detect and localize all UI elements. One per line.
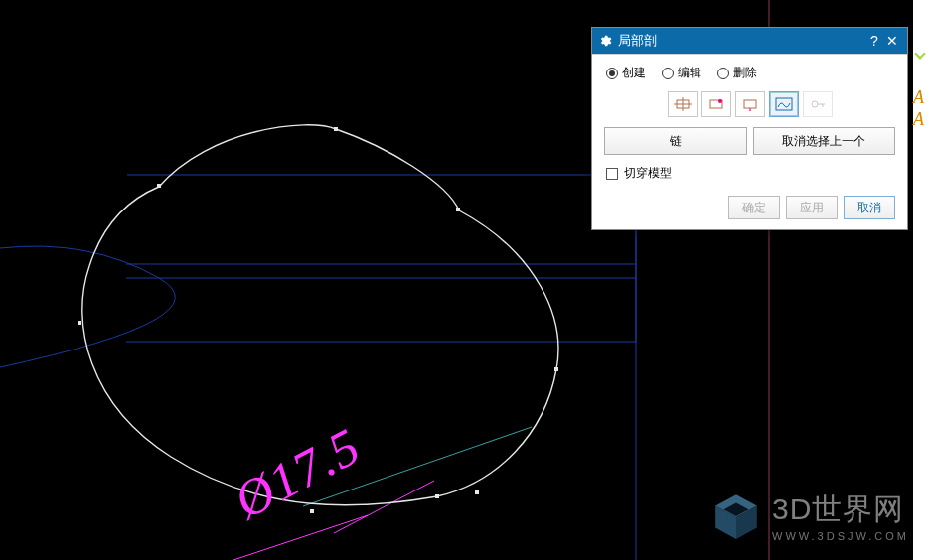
svg-rect-23: [744, 100, 756, 108]
svg-line-7: [334, 481, 434, 533]
radio-delete[interactable]: 删除: [717, 65, 757, 81]
dialog-title: 局部剖: [618, 32, 865, 50]
cancel-button[interactable]: 取消: [844, 196, 895, 219]
mode-radios: 创建 编辑 删除: [604, 65, 895, 81]
help-button[interactable]: ?: [865, 33, 883, 49]
cut-model-label: 切穿模型: [624, 165, 672, 182]
svg-point-27: [812, 101, 818, 107]
tool-rectangle-icon[interactable]: [668, 91, 698, 117]
radio-create[interactable]: 创建: [606, 65, 646, 81]
tool-key-icon[interactable]: [803, 91, 833, 117]
svg-rect-16: [310, 509, 314, 513]
radio-edit-label: 编辑: [678, 65, 701, 81]
marker-a1: A: [913, 87, 924, 108]
check-icon: [914, 48, 925, 59]
tool-corner-icon[interactable]: [701, 91, 731, 117]
boundary-toolbar: [604, 91, 895, 117]
radio-delete-label: 删除: [733, 65, 757, 81]
right-sidebar: A A: [913, 0, 931, 560]
ok-button: 确定: [728, 196, 780, 219]
tool-spline-icon[interactable]: [769, 91, 799, 117]
dialog-titlebar[interactable]: 局部剖 ? ✕: [592, 28, 907, 54]
svg-rect-12: [456, 208, 460, 211]
cut-model-checkbox[interactable]: [606, 168, 618, 180]
radio-create-label: 创建: [622, 65, 646, 81]
svg-point-25: [748, 111, 751, 112]
svg-rect-15: [435, 494, 439, 498]
gear-icon: [598, 34, 612, 48]
deselect-last-button[interactable]: 取消选择上一个: [753, 127, 896, 155]
local-section-dialog: 局部剖 ? ✕ 创建 编辑 删除: [591, 27, 908, 230]
svg-rect-10: [157, 184, 161, 188]
radio-edit[interactable]: 编辑: [662, 65, 701, 81]
svg-point-22: [718, 99, 722, 103]
apply-button: 应用: [786, 196, 838, 219]
close-button[interactable]: ✕: [883, 33, 901, 49]
svg-rect-14: [475, 490, 479, 494]
marker-a2: A: [913, 109, 924, 130]
svg-rect-17: [78, 321, 81, 325]
chain-button[interactable]: 链: [604, 127, 747, 155]
svg-rect-13: [554, 367, 558, 371]
svg-rect-11: [334, 127, 338, 131]
tool-point-icon[interactable]: [735, 91, 765, 117]
cad-viewport[interactable]: Ø17.5 局部剖 ? ✕ 创建 编辑 删除: [0, 0, 931, 560]
